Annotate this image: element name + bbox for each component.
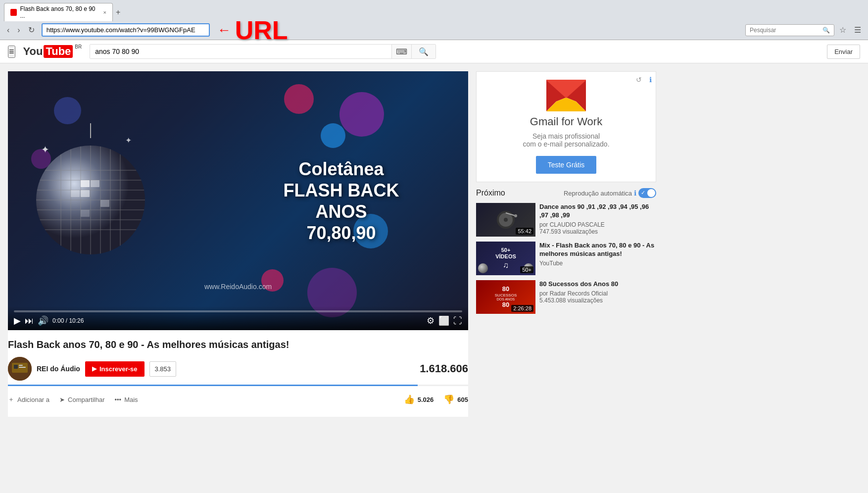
nav-right: 🔍 ☆ ☰ (745, 24, 864, 36)
rec-video-1[interactable]: 55:42 Dance anos 90 ,91 ,92 ,93 ,94 ,95 … (476, 203, 656, 237)
ad-container: ↺ ℹ Gmail for Work Seja mais profissiona… (476, 71, 656, 182)
fullscreen-button[interactable]: ⛶ (453, 315, 462, 326)
time-display: 0:00 / 10:26 (52, 317, 84, 324)
settings-button[interactable]: ⚙ (427, 315, 434, 326)
subscribe-icon: ▶ (92, 365, 96, 372)
progress-bar[interactable] (14, 310, 462, 312)
logo-br: BR (75, 44, 82, 49)
add-label: Adicionar a (17, 396, 49, 403)
browser-tabs: Flash Back anos 70, 80 e 90 ... × + (4, 3, 864, 21)
svg-rect-21 (91, 180, 99, 187)
rec-title-2: Mix - Flash Back anos 70, 80 e 90 - As m… (539, 242, 656, 258)
controls-right: ⚙ ⬜ ⛶ (427, 315, 462, 326)
browser-tab[interactable]: Flash Back anos 70, 80 e 90 ... × (4, 3, 113, 21)
toggle-knob (647, 189, 655, 197)
youtube-logo[interactable]: YouTubeBR (23, 45, 82, 58)
tab-favicon (10, 9, 17, 16)
svg-rect-24 (100, 200, 109, 207)
rec-video-2[interactable]: 50+ VÍDEOS ♫ 50+ Mix - Flash Back anos 7… (476, 242, 656, 275)
svg-rect-30 (19, 367, 26, 368)
rec-views-1: 747.593 visualizações (539, 228, 656, 235)
url-annotation: ← URL (217, 15, 288, 45)
browser-search-icon: 🔍 (822, 27, 830, 34)
video-text-overlay: Coletânea FLASH BACK ANOS 70,80,90 (284, 158, 399, 244)
browser-search-input[interactable] (750, 27, 822, 34)
logo-you: You (23, 45, 43, 58)
subscribe-label: Inscrever-se (99, 365, 138, 373)
video-info: Flash Back anos 70, 80 e 90 - As melhore… (8, 330, 468, 417)
add-to-button[interactable]: ＋ Adicionar a (8, 395, 49, 404)
svg-point-39 (504, 218, 508, 222)
like-button[interactable]: 👍 5.026 (404, 394, 434, 405)
menu-button[interactable]: ☰ (851, 24, 864, 36)
rec-info-1: Dance anos 90 ,91 ,92 ,93 ,94 ,95 ,96 ,9… (539, 203, 656, 237)
subscribe-button[interactable]: ▶ Inscrever-se (85, 361, 145, 377)
reload-button[interactable]: ↻ (25, 24, 38, 36)
rec-info-3: 80 Sucessos dos Anos 80 por Radar Record… (539, 280, 656, 314)
youtube-search-input[interactable] (90, 45, 391, 58)
rec-thumb-2: 50+ VÍDEOS ♫ 50+ (476, 242, 535, 275)
url-label: URL (235, 15, 288, 45)
bookmark-button[interactable]: ☆ (836, 24, 849, 36)
view-count: 1.618.606 (420, 362, 468, 375)
back-button[interactable]: ‹ (4, 25, 12, 36)
rec-video-3[interactable]: 80 SUCESSOS DOS ANOS 80 2:26:28 80 Suces… (476, 280, 656, 314)
svg-point-41 (514, 214, 517, 217)
rec-title-1: Dance anos 90 ,91 ,92 ,93 ,94 ,95 ,96 ,9… (539, 203, 656, 220)
browser-search-bar[interactable]: 🔍 (745, 24, 834, 36)
rec-duration-2: 50+ (520, 266, 533, 273)
autoplay-label: Reprodução automática (564, 190, 632, 197)
ad-info-icon[interactable]: ℹ (649, 76, 652, 84)
hamburger-menu[interactable]: ≡ (8, 46, 15, 58)
views-bar-fill (8, 385, 418, 386)
forward-button[interactable]: › (14, 25, 23, 36)
gmail-icon (546, 80, 586, 111)
dislike-button[interactable]: 👎 605 (443, 394, 468, 405)
url-bar[interactable] (42, 23, 210, 37)
channel-name[interactable]: REI do Áudio (37, 365, 80, 373)
subscriber-count: 3.853 (149, 361, 177, 377)
ad-refresh-icon[interactable]: ↺ (636, 76, 642, 84)
video-controls: ▶ ⏭ 🔊 0:00 / 10:26 ⚙ ⬜ ⛶ (8, 306, 468, 330)
play-button[interactable]: ▶ (14, 315, 21, 326)
new-tab-button[interactable]: + (113, 8, 123, 17)
search-button[interactable]: 🔍 (411, 45, 435, 58)
tab-title: Flash Back anos 70, 80 e 90 ... (20, 5, 98, 19)
views-bar (8, 385, 468, 386)
action-row: ＋ Adicionar a ➤ Compartilhar ••• Mais 👍 … (8, 390, 468, 409)
video-thumbnail: ✦ ✦ ✦ (8, 71, 468, 330)
autoplay-info-icon[interactable]: ℹ (634, 189, 636, 197)
rec-duration-3: 2:26:28 (511, 305, 533, 312)
next-button[interactable]: ⏭ (25, 316, 34, 326)
rec-channel-3: por Radar Records Oficial (539, 290, 656, 297)
main-content: ✦ ✦ ✦ (0, 63, 868, 425)
header-right: Enviar (827, 45, 860, 59)
more-button[interactable]: ••• Mais (114, 396, 138, 403)
ad-title: Gmail for Work (484, 115, 648, 128)
video-title: Flash Back anos 70, 80 e 90 - As melhore… (8, 338, 468, 351)
upload-button[interactable]: Enviar (827, 45, 860, 59)
ad-cta-button[interactable]: Teste Grátis (536, 156, 597, 174)
autoplay-switch[interactable]: ✓ (638, 188, 656, 198)
more-label: Mais (124, 396, 138, 403)
logo-tube: Tube (44, 45, 73, 58)
ad-subtitle: Seja mais profissionalcom o e-mail perso… (484, 132, 648, 148)
rec-info-2: Mix - Flash Back anos 70, 80 e 90 - As m… (539, 242, 656, 275)
svg-rect-28 (14, 365, 18, 369)
video-player[interactable]: ✦ ✦ ✦ (8, 71, 468, 330)
channel-avatar[interactable] (8, 357, 32, 381)
svg-rect-23 (81, 190, 90, 197)
add-icon: ＋ (8, 395, 14, 404)
volume-button[interactable]: 🔊 (38, 315, 48, 326)
red-arrow-icon: ← (217, 23, 231, 37)
browser-chrome: Flash Back anos 70, 80 e 90 ... × + ‹ › … (0, 0, 868, 40)
share-button[interactable]: ➤ Compartilhar (59, 396, 104, 403)
svg-rect-25 (81, 210, 90, 217)
more-icon: ••• (114, 396, 121, 403)
youtube-search-bar[interactable]: ⌨ 🔍 (90, 44, 436, 59)
tab-close-btn[interactable]: × (103, 9, 106, 15)
keyboard-button[interactable]: ⌨ (391, 45, 411, 58)
toggle-check-icon: ✓ (641, 190, 645, 196)
rec-duration-1: 55:42 (516, 228, 533, 235)
miniplayer-button[interactable]: ⬜ (438, 315, 449, 326)
